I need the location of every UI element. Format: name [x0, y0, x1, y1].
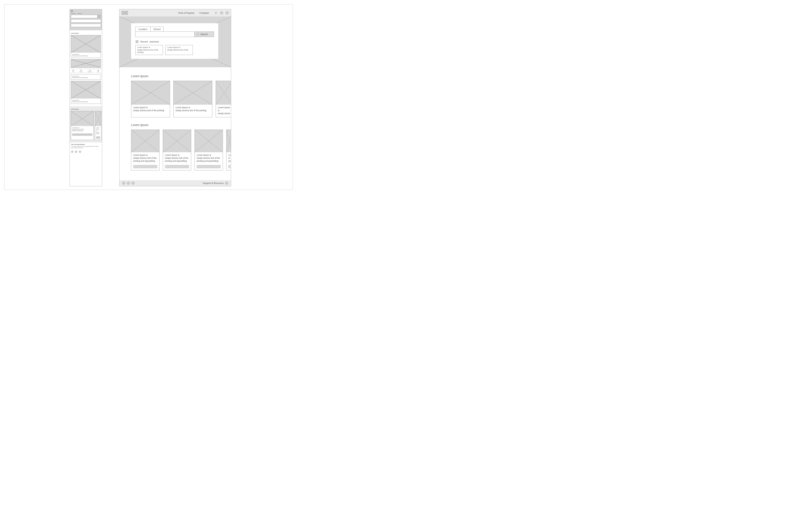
footer-heading: The Cozy Nest Rentals	[71, 144, 101, 145]
card-body: Lorem Ipsum is simply dummy text of the …	[71, 126, 93, 133]
mobile-search-input-2[interactable]	[71, 19, 101, 23]
card-body: Lorem Ipsum issimply dummy text of thepr…	[131, 152, 159, 164]
avatar[interactable]	[226, 11, 229, 15]
card-body: Lorem Ipsum issimply dummy text of thepr…	[163, 152, 191, 164]
card-row: Lorem Ipsum is simply dummy text of the …	[70, 111, 102, 140]
image-placeholder-icon	[216, 81, 231, 105]
image-placeholder-icon	[71, 59, 101, 68]
desktop-frame: Find a Property Compare Location School	[119, 9, 231, 186]
card-body: Lorem Ipsum is simply dummy text of the …	[174, 105, 212, 114]
mobile-section-2: Lorem ipsum Lorem Ipsum is simply dummy …	[70, 106, 102, 143]
nav-notifications[interactable]: Notifications	[88, 70, 92, 72]
svg-line-30	[227, 130, 231, 152]
profile-icon	[98, 70, 99, 71]
property-card-small[interactable]: Lorem Ipsum is simply dumm	[95, 111, 101, 140]
image-placeholder-icon	[195, 130, 223, 152]
footer-support-link[interactable]: Support & Resource	[203, 182, 224, 184]
card-body: Lorem Ipsum issimply dummy text of thepr…	[195, 152, 223, 164]
desktop-topbar: Find a Property Compare	[119, 9, 231, 16]
footer-action-icon[interactable]	[225, 182, 228, 185]
property-card[interactable]: Losipri	[226, 130, 231, 170]
clear-icon[interactable]	[97, 15, 101, 18]
mobile-header: Location | School	[70, 9, 102, 30]
image-placeholder-icon	[71, 81, 101, 99]
property-card[interactable]: Lorem Ipsum is simply dummy text of the …	[131, 81, 170, 117]
mobile-frame: Location | School Lorem ipsum Lorem Ipsu…	[70, 9, 102, 186]
recent-icon	[135, 40, 139, 43]
property-card[interactable]: Lorem Ipsum is simply dummy text of the …	[71, 35, 101, 58]
notifications-icon	[89, 70, 91, 71]
nav-find-property[interactable]: Find a Property	[178, 12, 194, 14]
social-icon[interactable]	[75, 150, 77, 153]
social-icon[interactable]	[122, 182, 126, 185]
card-row-2: Lorem Ipsum issimply dummy text of thepr…	[131, 130, 231, 170]
image-placeholder-icon	[174, 81, 212, 105]
close-icon	[196, 33, 199, 36]
card-action-button[interactable]	[165, 165, 189, 168]
recent-search-item[interactable]: Lorem Ipsum is simply dummy text of the	[165, 45, 193, 55]
mobile-search-tabs: Location | School	[71, 13, 101, 14]
tab-school[interactable]: School	[150, 27, 164, 32]
nav-wishlists[interactable]: Wishlists	[79, 70, 83, 72]
hamburger-icon[interactable]	[71, 10, 73, 12]
section-heading: Lorem ipsum	[71, 32, 101, 34]
property-card[interactable]: Lorem Ipsum is simply dumm	[216, 81, 231, 117]
recent-search-item[interactable]: Lorem Ipsum is simply dummy text of the …	[135, 45, 163, 55]
image-placeholder-icon	[131, 130, 159, 152]
property-card[interactable]: Lorem Ipsum issimply dummy text of thepr…	[131, 130, 159, 170]
hero: Location School Search Recent searche	[119, 16, 231, 67]
card-body: Lorem Ipsum is simply dummy text of the …	[71, 74, 101, 80]
tab-location[interactable]: Location	[71, 13, 76, 14]
image-placeholder-icon	[227, 130, 231, 152]
svg-line-22	[216, 81, 231, 105]
recent-searches-header: Recent searches	[135, 40, 214, 43]
tab-location[interactable]: Location	[135, 27, 150, 32]
property-card[interactable]: Lorem Ipsum issimply dummy text of thepr…	[194, 130, 223, 170]
social-icon[interactable]	[131, 182, 135, 185]
search-row: Search	[135, 31, 214, 37]
property-card[interactable]: Lorem Ipsum issimply dummy text of thepr…	[163, 130, 191, 170]
topbar-action-icon[interactable]	[220, 11, 223, 15]
property-card[interactable]: Lorem Ipsum is simply dummy text of the …	[71, 81, 101, 104]
image-placeholder-icon	[71, 35, 101, 53]
logo-icon[interactable]	[121, 11, 128, 15]
mobile-section-1b: Lorem Ipsum is simply dummy text of the …	[70, 74, 102, 106]
property-card[interactable]: Lorem Ipsum is simply dummy text of the …	[71, 74, 101, 80]
recent-searches-row: Lorem Ipsum is simply dummy text of the …	[135, 45, 214, 55]
property-card-small[interactable]: Lorem Ipsum is simply dummy text of the …	[71, 111, 94, 140]
card-body: Losipri	[227, 152, 231, 164]
card-body: Lorem Ipsum is simply dumm	[216, 105, 231, 117]
social-icon[interactable]	[71, 150, 73, 153]
social-icon[interactable]	[79, 150, 81, 153]
desktop-main: Lorem Ipsum Lorem Ipsum is simply dummy …	[119, 67, 231, 180]
nav-compare[interactable]: Compare	[199, 12, 209, 14]
card-action-button[interactable]	[228, 165, 231, 168]
svg-line-31	[227, 130, 231, 152]
tab-school[interactable]: School	[78, 13, 82, 14]
card-body: Lorem Ipsum is simply dummy text of the …	[131, 105, 170, 114]
property-card[interactable]: Lorem Ipsum is simply dummy text of the …	[173, 81, 212, 117]
home-icon	[73, 70, 74, 71]
card-row-1: Lorem Ipsum is simply dummy text of the …	[131, 81, 231, 117]
desktop-footer: Support & Resource	[119, 180, 231, 186]
nav-profile[interactable]: Profile	[97, 70, 99, 72]
nav-home[interactable]: Home	[72, 70, 75, 72]
mobile-search-input-1[interactable]	[71, 15, 101, 18]
image-placeholder-icon	[95, 111, 101, 126]
social-icon[interactable]	[127, 182, 130, 185]
mobile-search-input-3[interactable]	[71, 24, 101, 27]
canvas: Location | School Lorem ipsum Lorem Ipsu…	[4, 4, 293, 190]
card-action-button[interactable]	[96, 136, 100, 139]
search-button[interactable]: Search	[194, 32, 214, 37]
search-input[interactable]	[135, 32, 194, 37]
section-heading: Lorem Ipsum	[131, 74, 231, 78]
card-action-button[interactable]	[133, 165, 157, 168]
image-placeholder-icon	[71, 111, 93, 126]
card-action-button[interactable]	[197, 165, 221, 168]
card-body: Lorem Ipsum is simply dumm	[95, 126, 101, 135]
favorites-heart-icon[interactable]	[214, 11, 218, 15]
mobile-section-1: Lorem ipsum Lorem Ipsum is simply dummy …	[70, 30, 102, 69]
mobile-footer: The Cozy Nest Rentals Lorem was the high…	[70, 143, 102, 155]
card-body: Lorem Ipsum is simply dummy text of the …	[71, 99, 101, 104]
card-action-button[interactable]	[72, 133, 92, 136]
